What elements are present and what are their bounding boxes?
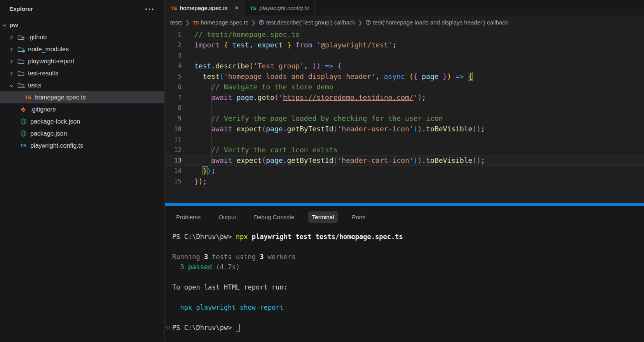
code-line-2: 2import { test, expect } from '@playwrig… (165, 40, 644, 50)
breadcrumb-separator-icon: ❯ (185, 19, 190, 26)
code-line-6: 6 // Navigate to the store demo (165, 82, 644, 92)
code-token (228, 41, 232, 49)
terminal[interactable]: PS C:\Dhruv\pw> npx playwright test test… (172, 232, 403, 333)
terminal-text: PS C:\Dhruv\pw> (172, 233, 236, 241)
code-token (253, 41, 258, 49)
cube-icon (365, 19, 371, 25)
code-token: getByTestId (287, 156, 333, 164)
panel-tabs: ProblemsOutputDebug ConsoleTerminalPorts (165, 206, 644, 224)
code-token: ; (481, 125, 485, 133)
line-number: 4 (165, 61, 182, 71)
code-token (291, 41, 295, 49)
code-token: // Navigate to the store demo (211, 83, 333, 91)
tree-item-package-json[interactable]: JSpackage.json (0, 127, 164, 140)
code-token: expect (236, 156, 262, 164)
code-token: ) (476, 156, 481, 164)
code-token: test (232, 41, 249, 49)
line-number: 3 (165, 50, 182, 61)
code-token: ( (220, 72, 224, 80)
code-token: ; (392, 41, 396, 49)
tab-playwright-config-ts[interactable]: TSplaywright.config.ts (244, 0, 315, 16)
tab-homepage-spec-ts[interactable]: TShomepage.spec.ts✕ (165, 0, 244, 16)
code-token (232, 156, 237, 164)
tree-item--gitignore[interactable]: .gitignore (0, 103, 164, 115)
breadcrumb-item[interactable]: TShomepage.spec.ts (192, 19, 248, 26)
panel-tab-debug-console[interactable]: Debug Console (250, 211, 298, 223)
code-token: ( (409, 72, 414, 80)
line-number: 2 (165, 40, 182, 50)
tree-item-playwright-config-ts[interactable]: TSplaywright.config.ts (0, 140, 164, 152)
code-link[interactable]: https://storedemo.testdino.com/ (283, 93, 414, 101)
breadcrumb-item[interactable]: test.describe('Test group') callback (258, 19, 355, 26)
tree-item-tests[interactable]: </>tests (0, 79, 164, 91)
tab-label: playwright.config.ts (259, 5, 309, 11)
folder-icon (17, 70, 25, 77)
breadcrumb-item[interactable]: test('homepage loads and displays header… (365, 19, 508, 26)
panel-tab-problems[interactable]: Problems (172, 211, 204, 223)
tree-item-homepage-spec-ts[interactable]: TShomepage.spec.ts (0, 91, 164, 103)
tree-item-node-modules[interactable]: node_modules (0, 43, 164, 55)
tree-item-test-results[interactable]: test-results (0, 67, 164, 79)
cube-icon (258, 19, 264, 25)
code-token: => (325, 62, 333, 70)
code-line-1: 1// tests/homepage.spec.ts (165, 29, 644, 40)
tree-item-pw[interactable]: pw (0, 19, 164, 31)
tree-item-playwright-report[interactable]: playwright-report (0, 55, 164, 67)
code-token: ) (417, 93, 422, 101)
line-number: 9 (165, 113, 182, 124)
terminal-text: 3 passed (180, 263, 212, 271)
code-line-content: }); (194, 176, 207, 187)
line-number: 13 (165, 155, 182, 166)
line-number: 8 (165, 103, 182, 113)
code-token: test (194, 62, 211, 70)
terminal-line (172, 272, 403, 282)
command-decoration-icon[interactable] (166, 326, 170, 329)
code-token: . (422, 156, 426, 164)
panel-tab-ports[interactable]: Ports (348, 211, 369, 223)
terminal-line: PS C:\Dhruv\pw> npx playwright test test… (172, 232, 403, 242)
terminal-text: npx playwright show-report (180, 304, 283, 311)
close-icon[interactable]: ✕ (235, 5, 239, 11)
code-line-3: 3 (165, 50, 644, 61)
panel-resize-sash[interactable] (165, 203, 644, 206)
ts-orange-icon: TS (171, 5, 177, 11)
code-token: import (194, 41, 220, 49)
chevron-right-icon (8, 70, 15, 77)
svg-text:JS: JS (22, 120, 25, 123)
json-icon: JS (19, 130, 27, 138)
folder-icon (17, 58, 25, 65)
line-number: 10 (165, 124, 182, 134)
tree-item--github[interactable]: .github (0, 31, 164, 43)
code-line-5: 5 test('homepage loads and displays head… (165, 71, 644, 82)
tree-item-package-lock-json[interactable]: JSpackage-lock.json (0, 115, 164, 127)
code-line-11: 11 (165, 134, 644, 145)
panel-tab-output[interactable]: Output (215, 211, 240, 223)
editor-group: TShomepage.spec.ts✕TSplaywright.config.t… (165, 0, 644, 342)
bottom-panel: ProblemsOutputDebug ConsoleTerminalPorts… (165, 206, 644, 342)
chevron-down-icon (8, 82, 15, 89)
breadcrumb: tests❯TShomepage.spec.ts❯test.describe('… (165, 16, 644, 29)
code-editor[interactable]: 1// tests/homepage.spec.ts2import { test… (165, 29, 644, 203)
tab-label: homepage.spec.ts (180, 5, 228, 11)
terminal-line: PS C:\Dhruv\pw> (172, 323, 403, 333)
line-number: 7 (165, 92, 182, 103)
code-token: '@playwright/test' (316, 41, 392, 49)
terminal-text: 3 (260, 253, 264, 261)
editor-tabbar: TShomepage.spec.ts✕TSplaywright.config.t… (165, 0, 644, 16)
more-actions-icon[interactable]: ··· (145, 7, 155, 11)
code-token: // Verify the cart icon exists (211, 146, 337, 154)
explorer-sidebar: Explorer ··· pw.githubnode_modulesplaywr… (0, 0, 165, 342)
code-token: ( (262, 156, 266, 164)
breadcrumb-item[interactable]: tests (170, 19, 183, 26)
code-token: ) (447, 72, 451, 80)
code-line-content: import { test, expect } from '@playwrigh… (194, 40, 396, 50)
panel-tab-terminal[interactable]: Terminal (308, 211, 338, 223)
code-token: ; (422, 93, 426, 101)
code-token: { (338, 62, 342, 70)
folder-github-icon (17, 33, 25, 41)
breadcrumb-label: test.describe('Test group') callback (266, 19, 355, 26)
code-line-13: 13 await expect(page.getByTestId('header… (165, 155, 644, 166)
vscode-window: { "colors": { "sash_accent": "#0d7cd6", … (0, 0, 644, 342)
terminal-text: playwright test tests/homepage.spec.ts (252, 233, 403, 241)
code-token: getByTestId (287, 125, 333, 133)
